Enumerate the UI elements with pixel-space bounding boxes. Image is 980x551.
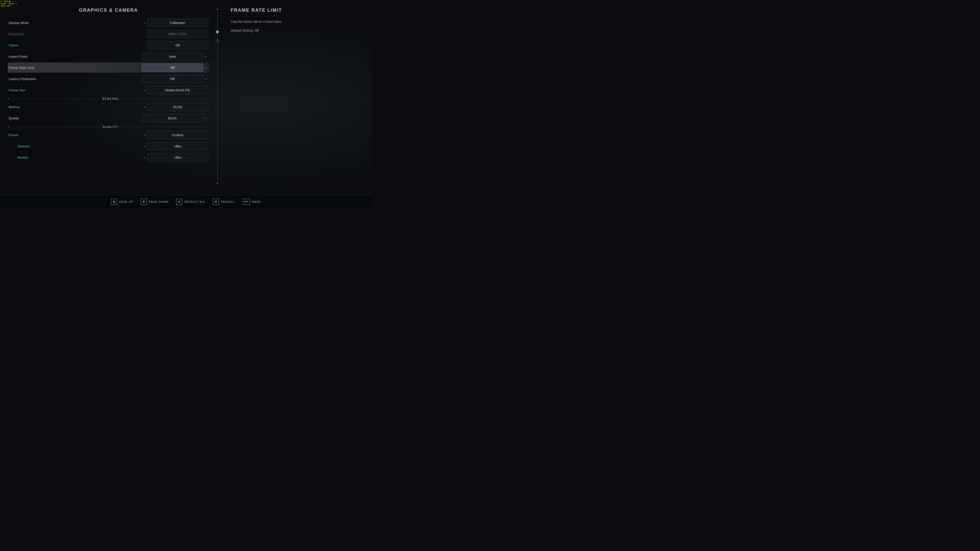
aspect-ratio-value[interactable]: Auto bbox=[142, 52, 203, 60]
rail-handle[interactable] bbox=[216, 30, 219, 34]
models-label: Models bbox=[9, 156, 28, 159]
back-label: BACK bbox=[252, 200, 261, 203]
rail-top-marker: ✦ bbox=[216, 8, 219, 11]
esc-key-icon: ESC bbox=[243, 199, 250, 205]
scaling-divider: ✕ SCALING bbox=[8, 97, 209, 100]
default-button[interactable]: H DEFAULT bbox=[213, 199, 235, 205]
setting-row-quality: Quality DLAA » bbox=[8, 113, 209, 123]
frame-rate-limit-arrow-right[interactable]: » bbox=[203, 66, 208, 69]
method-label: Method bbox=[9, 105, 60, 109]
rail-indicator bbox=[216, 39, 219, 43]
aspect-ratio-label: Aspect Ratio bbox=[9, 55, 60, 59]
preset-arrow-left[interactable]: « bbox=[142, 133, 147, 137]
setting-row-resolution: Resolution 3840 x 2160 bbox=[8, 29, 209, 39]
frame-rate-limit-label: Frame Rate Limit bbox=[9, 66, 60, 70]
info-title: FRAME RATE LIMIT bbox=[231, 8, 361, 13]
setting-row-display-mode: Display Mode « Fullscreen bbox=[8, 17, 209, 28]
frame-gen-value[interactable]: Nvidia DLSS-FG bbox=[147, 86, 208, 94]
resolution-value[interactable]: 3840 x 2160 bbox=[147, 30, 208, 38]
quality-divider-line2 bbox=[121, 127, 209, 127]
h-key-icon: H bbox=[213, 199, 219, 205]
textures-arrow-left[interactable]: « bbox=[142, 144, 147, 148]
u-key-icon: U bbox=[176, 199, 182, 205]
page-down-button[interactable]: E PAGE DOWN bbox=[141, 199, 169, 205]
quality-label: Quality bbox=[9, 116, 60, 120]
textures-label: Textures bbox=[9, 144, 30, 148]
vsync-value[interactable]: Off bbox=[147, 41, 208, 49]
models-value[interactable]: Ultra bbox=[147, 153, 208, 162]
method-arrow-left[interactable]: « bbox=[142, 105, 147, 108]
frame-gen-label: Frame Gen bbox=[9, 88, 60, 92]
quality-arrow-right[interactable]: » bbox=[203, 117, 208, 120]
default-all-label: DEFAULT ALL bbox=[184, 200, 205, 203]
latency-reduction-arrow-right[interactable]: » bbox=[203, 77, 208, 80]
default-all-button[interactable]: U DEFAULT ALL bbox=[176, 199, 205, 205]
preset-label: Preset bbox=[9, 133, 60, 137]
display-mode-label: Display Mode bbox=[9, 21, 60, 25]
scroll-rail: ✦ ✦ bbox=[215, 0, 221, 193]
models-arrow-left[interactable]: « bbox=[142, 156, 147, 159]
scaling-section-label: SCALING bbox=[102, 97, 119, 100]
setting-row-aspect-ratio: Aspect Ratio Auto » bbox=[8, 51, 209, 62]
setting-row-frame-gen: Frame Gen « Nvidia DLSS-FG bbox=[8, 85, 209, 95]
setting-row-textures: Textures « Ultra bbox=[8, 141, 209, 151]
setting-row-vsync: VSync Off bbox=[8, 40, 209, 50]
vsync-label: VSync bbox=[9, 43, 60, 47]
method-value[interactable]: DLSS bbox=[147, 103, 208, 111]
debug-overlay: 57 2835 ■ 12802* 11282* □ 30012 88** bbox=[0, 0, 17, 7]
setting-row-frame-rate-limit: Frame Rate Limit Off » bbox=[8, 62, 209, 73]
latency-reduction-value[interactable]: Off bbox=[142, 75, 203, 83]
aspect-ratio-arrow-right[interactable]: » bbox=[203, 55, 208, 58]
bottom-bar: Q PAGE UP E PAGE DOWN U DEFAULT ALL H DE… bbox=[0, 195, 372, 208]
main-container: GRAPHICS & CAMERA Display Mode « Fullscr… bbox=[0, 0, 372, 208]
setting-row-method: Method « DLSS bbox=[8, 102, 209, 112]
quality-divider-line bbox=[12, 127, 100, 127]
setting-row-models: Models « Ultra bbox=[8, 152, 209, 162]
resolution-label: Resolution bbox=[9, 32, 60, 36]
setting-row-latency-reduction: Latency Reduction Off » bbox=[8, 74, 209, 84]
page-down-label: PAGE DOWN bbox=[149, 200, 169, 203]
info-description: Cap the frame rate to a fixed value. bbox=[231, 19, 361, 24]
page-up-button[interactable]: Q PAGE UP bbox=[111, 199, 133, 205]
quality-value[interactable]: DLAA bbox=[142, 114, 203, 122]
display-mode-value[interactable]: Fullscreen bbox=[147, 19, 208, 27]
default-label: DEFAULT bbox=[221, 200, 235, 203]
e-key-icon: E bbox=[141, 199, 147, 205]
left-panel: GRAPHICS & CAMERA Display Mode « Fullscr… bbox=[0, 0, 215, 193]
preset-value[interactable]: Custom bbox=[147, 131, 208, 139]
frame-rate-limit-value[interactable]: Off bbox=[142, 64, 203, 72]
q-key-icon: Q bbox=[111, 199, 117, 205]
scaling-divider-arrow: ✕ bbox=[8, 97, 10, 100]
frame-gen-arrow-left[interactable]: « bbox=[142, 89, 147, 92]
setting-row-preset: Preset « Custom bbox=[8, 130, 209, 140]
quality-section-label: QUALITY bbox=[103, 125, 118, 128]
quality-divider: ✕ QUALITY bbox=[8, 125, 209, 128]
quality-divider-arrow: ✕ bbox=[8, 125, 10, 128]
latency-reduction-label: Latency Reduction bbox=[9, 77, 60, 81]
page-up-label: PAGE UP bbox=[119, 200, 133, 203]
textures-value[interactable]: Ultra bbox=[147, 142, 208, 150]
rail-bottom-marker: ✦ bbox=[216, 182, 219, 185]
info-default: Default Setting: Off bbox=[231, 29, 361, 32]
left-panel-title: GRAPHICS & CAMERA bbox=[8, 8, 209, 13]
back-button[interactable]: ESC BACK bbox=[243, 199, 261, 205]
display-mode-arrow-left[interactable]: « bbox=[142, 21, 147, 24]
right-panel: FRAME RATE LIMIT Cap the frame rate to a… bbox=[221, 0, 372, 193]
